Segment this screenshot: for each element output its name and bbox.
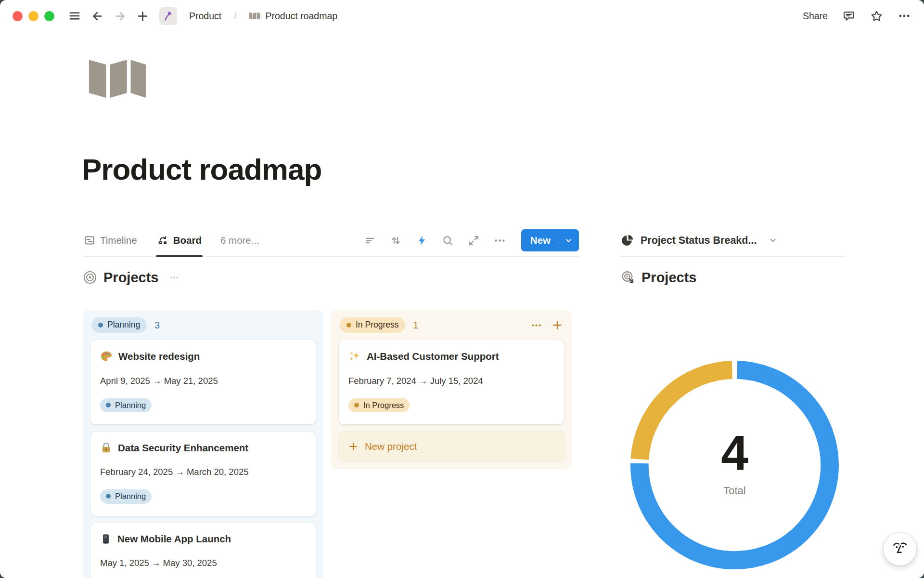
more-options-icon[interactable]	[898, 10, 911, 22]
project-card-ai-support[interactable]: AI-Based Customer Support February 7, 20…	[339, 340, 564, 424]
timeline-icon	[84, 235, 95, 246]
column-status-pill-planning[interactable]: Planning	[91, 317, 147, 333]
search-icon[interactable]	[442, 235, 454, 247]
chevron-down-icon	[768, 235, 778, 246]
breadcrumb-separator: /	[234, 11, 236, 21]
teamspace-hammer-icon[interactable]	[159, 7, 177, 25]
page-icon-map[interactable]	[87, 56, 148, 104]
status-dot	[98, 323, 103, 328]
card-status-label: Planning	[115, 491, 146, 501]
page-title[interactable]: Product roadmap	[82, 152, 321, 186]
sparkles-emoji-icon	[348, 350, 361, 363]
minimize-window-button[interactable]	[28, 11, 38, 21]
card-status-label: Planning	[115, 400, 146, 410]
notion-ai-face-button[interactable]	[884, 533, 916, 565]
card-status-tag: Planning	[100, 398, 152, 412]
project-card-website-redesign[interactable]: Website redesign April 9, 2025 → May 21,…	[90, 340, 316, 424]
new-button[interactable]: New	[521, 229, 579, 251]
project-card-data-security[interactable]: Data Security Enhancement February 24, 2…	[90, 432, 316, 515]
more-views-button[interactable]: 6 more...	[220, 235, 259, 246]
column-status-pill-in-progress[interactable]: In Progress	[340, 317, 405, 333]
new-project-button[interactable]: New project	[339, 432, 564, 461]
card-status-label: In Progress	[363, 400, 404, 410]
traffic-lights	[13, 11, 54, 21]
close-window-button[interactable]	[13, 11, 23, 21]
page-map-icon	[249, 12, 260, 20]
card-date-range: April 9, 2025 → May 21, 2025	[100, 376, 306, 386]
sidebar-menu-icon[interactable]	[67, 8, 82, 24]
new-button-label[interactable]: New	[521, 235, 559, 246]
tab-board-label: Board	[173, 235, 202, 246]
board-column-in-progress: In Progress 1 AI-Based Customer Support	[331, 310, 572, 469]
tab-board[interactable]: Board	[156, 224, 203, 256]
tab-timeline[interactable]: Timeline	[83, 224, 138, 256]
status-dot	[106, 494, 111, 499]
column-status-label: Planning	[107, 319, 140, 331]
view-bar: Timeline Board 6 more...	[83, 224, 579, 257]
breadcrumb-root[interactable]: Product	[189, 11, 221, 22]
new-tab-icon[interactable]	[135, 8, 150, 24]
chart-section-title: Projects	[642, 270, 696, 286]
sort-icon[interactable]	[390, 235, 402, 247]
project-card-mobile-app[interactable]: New Mobile App Launch May 1, 2025 → May …	[90, 523, 316, 578]
board-column-planning: Planning 3 Website redesign April 9, 202…	[83, 310, 323, 578]
card-date-range: February 24, 2025 → March 20, 2025	[100, 467, 306, 477]
expand-icon[interactable]	[468, 235, 480, 247]
board-icon	[157, 235, 168, 246]
board-section-title: Projects	[103, 270, 158, 286]
breadcrumb-current-item[interactable]: Product roadmap	[249, 11, 337, 22]
linked-target-arrow-icon	[621, 270, 636, 285]
forward-icon[interactable]	[112, 8, 128, 24]
column-status-label: In Progress	[356, 319, 398, 331]
card-title: Website redesign	[118, 351, 200, 362]
plus-icon	[348, 441, 359, 452]
card-title: Data Security Enhancement	[118, 442, 248, 454]
comment-icon[interactable]	[843, 10, 855, 22]
palette-emoji-icon	[100, 350, 113, 363]
filter-icon[interactable]	[364, 235, 376, 247]
status-dot	[354, 403, 359, 407]
zoom-window-button[interactable]	[44, 11, 54, 21]
status-dot	[106, 403, 111, 407]
card-title: New Mobile App Launch	[117, 533, 231, 545]
card-title: AI-Based Customer Support	[367, 351, 499, 362]
lock-emoji-icon	[100, 442, 112, 454]
chart-view-selector[interactable]: Project Status Breakd...	[621, 224, 846, 257]
automation-lightning-icon[interactable]	[416, 235, 428, 247]
column-add-icon[interactable]	[552, 319, 563, 331]
view-more-icon[interactable]	[494, 235, 506, 247]
breadcrumb-current: Product roadmap	[265, 11, 337, 22]
new-project-label: New project	[365, 441, 417, 452]
notion-ai-face-icon	[891, 540, 909, 558]
column-count: 3	[154, 320, 160, 331]
section-more-icon[interactable]	[169, 272, 180, 283]
status-dot	[346, 323, 351, 328]
donut-slice-in-progress[interactable]	[640, 370, 732, 460]
card-date-range: February 7, 2024 → July 15, 2024	[348, 376, 554, 386]
column-count: 1	[413, 320, 418, 331]
share-button[interactable]: Share	[803, 11, 828, 22]
column-more-icon[interactable]	[531, 320, 542, 331]
card-date-range: May 1, 2025 → May 30, 2025	[100, 558, 306, 568]
app-window: Product / Product roadmap Share Product …	[0, 0, 924, 578]
card-status-tag: Planning	[100, 489, 152, 503]
tab-timeline-label: Timeline	[100, 235, 137, 246]
chart-view-selector-label: Project Status Breakd...	[641, 235, 757, 247]
window-titlebar: Product / Product roadmap Share	[0, 0, 924, 32]
back-icon[interactable]	[90, 8, 105, 24]
favorite-star-icon[interactable]	[870, 10, 883, 23]
target-bullseye-icon	[83, 270, 97, 285]
pie-chart-icon	[621, 234, 634, 247]
phone-emoji-icon	[100, 533, 112, 545]
card-status-tag: In Progress	[348, 398, 410, 412]
new-button-chevron-down-icon[interactable]	[559, 236, 579, 246]
project-status-donut-chart: 4 Total	[629, 360, 840, 570]
